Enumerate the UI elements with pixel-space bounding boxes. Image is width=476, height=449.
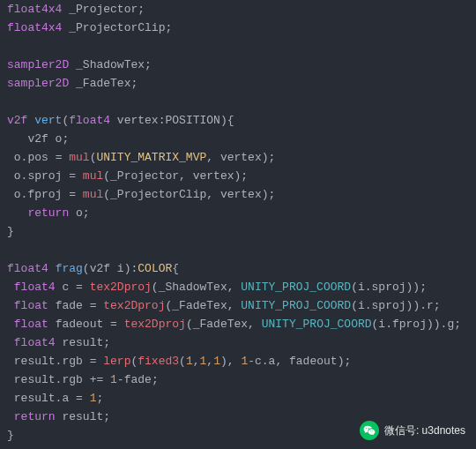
wechat-icon — [360, 421, 379, 440]
code-line: result.a = 1; — [7, 389, 469, 408]
type-keyword: float4x4 — [7, 21, 62, 34]
code-line: sampler2D _ShadowTex; — [7, 56, 469, 74]
code-line: o.pos = mul(UNITY_MATRIX_MVP, vertex); — [7, 148, 469, 167]
function-call: mul — [69, 151, 89, 164]
constant: UNITY_MATRIX_MVP — [96, 151, 206, 164]
identifier: _ShadowTex — [76, 58, 145, 71]
function-call: mul — [83, 188, 103, 201]
keyword: return — [27, 206, 69, 220]
code-line: sampler2D _FadeTex; — [7, 74, 469, 93]
watermark: 微信号: u3dnotes — [360, 421, 465, 440]
code-line: float4x4 _ProjectorClip; — [7, 19, 469, 37]
code-block: float4x4 _Projector; float4x4 _Projector… — [0, 0, 476, 445]
identifier: _FadeTex — [76, 77, 130, 90]
identifier: _Projector — [69, 3, 138, 16]
watermark-text: 微信号: u3dnotes — [384, 422, 465, 440]
code-line: o.fproj = mul(_ProjectorClip, vertex); — [7, 185, 469, 204]
code-line: return o; — [7, 204, 469, 222]
blank-line — [7, 93, 469, 111]
type-keyword: sampler2D — [7, 77, 69, 90]
code-line: float4 result; — [7, 333, 469, 352]
blank-line — [7, 241, 469, 259]
function-call: mul — [83, 169, 103, 183]
identifier: _ProjectorClip — [69, 21, 165, 34]
code-line: float4x4 _Projector; — [7, 0, 469, 19]
function-name: vert — [34, 114, 62, 127]
type-keyword: float4x4 — [7, 3, 62, 16]
code-line: v2f o; — [7, 130, 469, 148]
code-line: o.sproj = mul(_Projector, vertex); — [7, 167, 469, 185]
code-line: result.rgb = lerp(fixed3(1,1,1), 1-c.a, … — [7, 352, 469, 370]
code-line: float fadeout = tex2Dproj(_FadeTex, UNIT… — [7, 315, 469, 333]
function-signature: float4 frag(v2f i):COLOR{ — [7, 259, 469, 278]
function-signature: v2f vert(float4 vertex:POSITION){ — [7, 111, 469, 130]
code-line: } — [7, 222, 469, 241]
type-keyword: sampler2D — [7, 58, 69, 71]
code-line: result.rgb += 1-fade; — [7, 370, 469, 389]
function-name: frag — [56, 262, 83, 275]
blank-line — [7, 37, 469, 56]
code-line: float fade = tex2Dproj(_FadeTex, UNITY_P… — [7, 296, 469, 315]
code-line: float4 c = tex2Dproj(_ShadowTex, UNITY_P… — [7, 278, 469, 296]
